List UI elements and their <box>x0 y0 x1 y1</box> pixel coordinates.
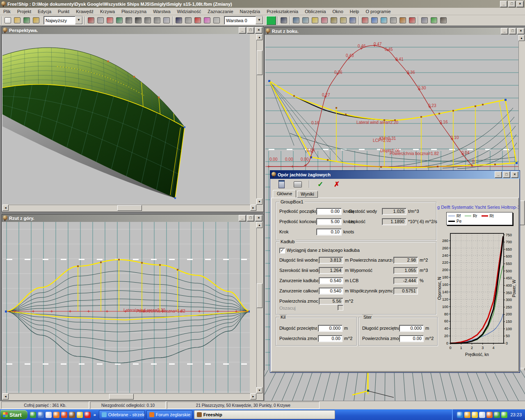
menu-płaszczyzna[interactable]: Płaszczyzna <box>118 9 150 14</box>
maximize-button[interactable]: □ <box>508 1 516 7</box>
printer-icon[interactable] <box>292 180 303 189</box>
collapse-edge-icon[interactable] <box>301 16 310 25</box>
dropbox-icon[interactable] <box>457 412 463 418</box>
save-icon[interactable] <box>22 16 31 25</box>
vertical-scrollbar[interactable]: ▲▼ <box>256 34 263 205</box>
horizontal-scrollbar[interactable]: ◄► <box>2 393 256 400</box>
scrollbar-thumb[interactable] <box>257 50 262 75</box>
yellow-list-icon[interactable] <box>77 412 83 418</box>
scroll-down-icon[interactable]: ▼ <box>256 199 262 205</box>
layer-combo[interactable]: Warstwa 0 ▼ <box>224 16 263 25</box>
calculator-icon[interactable] <box>276 180 287 189</box>
start-button[interactable]: Start <box>0 410 27 419</box>
menu-okno[interactable]: Okno <box>329 9 347 14</box>
warning-icon[interactable] <box>464 412 470 418</box>
rudder-field[interactable]: 0.00 <box>399 335 424 342</box>
volume-icon[interactable] <box>389 16 397 25</box>
remove-face-icon[interactable] <box>105 16 114 25</box>
menu-help[interactable]: Help <box>347 9 363 14</box>
precision-combo[interactable]: Najwyższy ▼ <box>43 16 83 25</box>
dialog-titlebar[interactable]: Opór jachtów żaglowych _□× <box>270 171 520 179</box>
firefox-icon[interactable] <box>53 412 59 418</box>
keel-field[interactable]: 0.000 <box>318 325 342 332</box>
maximize-button[interactable]: □ <box>503 171 510 178</box>
scroll-up-icon[interactable]: ▲ <box>256 222 262 228</box>
opera-icon[interactable] <box>486 412 493 418</box>
intersect-layers-icon[interactable] <box>370 16 379 25</box>
undo-cross-icon[interactable] <box>420 16 429 25</box>
minimize-button[interactable]: _ <box>501 28 508 34</box>
shade-icon[interactable] <box>115 16 123 25</box>
scroll-down-icon[interactable]: ▼ <box>256 387 262 393</box>
scroll-left-icon[interactable]: ◄ <box>2 393 9 399</box>
maximize-button[interactable]: □ <box>247 215 254 221</box>
taskbar-button-forum[interactable]: Forum żeglarskie • Zobac... <box>146 410 192 419</box>
menu-o-programie[interactable]: O programie <box>362 9 394 14</box>
fair-curve-icon[interactable] <box>96 16 105 25</box>
menu-plik[interactable]: Plik <box>0 9 14 14</box>
flip-normal-icon[interactable] <box>320 16 329 25</box>
menu-projekt[interactable]: Projekt <box>14 9 34 14</box>
close-button[interactable]: × <box>255 215 262 221</box>
confirm-icon[interactable]: ✓ <box>315 180 326 189</box>
lock-all-icon[interactable] <box>348 16 357 25</box>
lamp-icon[interactable] <box>439 16 447 25</box>
minimize-button[interactable]: _ <box>500 1 507 7</box>
buttocks-icon[interactable] <box>143 16 152 25</box>
launch-green-arrow-icon[interactable] <box>30 412 36 418</box>
speed-field[interactable]: 5.00 <box>316 218 342 225</box>
menu-krawędź[interactable]: Krawędź <box>73 9 97 14</box>
mirror-icon[interactable] <box>379 16 388 25</box>
scroll-left-icon[interactable]: ◄ <box>2 205 9 211</box>
new-file-icon[interactable] <box>3 16 12 25</box>
network-shield-icon[interactable] <box>494 412 500 418</box>
move-point-icon[interactable] <box>292 16 300 25</box>
menu-widzialność[interactable]: Widzialność <box>174 9 205 14</box>
close-button[interactable]: × <box>516 1 524 7</box>
launch-blue-doc-icon[interactable] <box>38 412 44 418</box>
lock-points-icon[interactable] <box>329 16 338 25</box>
estimate-checkbox[interactable] <box>338 305 343 310</box>
close-button[interactable]: × <box>255 27 262 34</box>
scroll-right-icon[interactable]: ► <box>250 393 256 399</box>
keel-field[interactable]: 0.00 <box>318 335 342 342</box>
waterlines-icon[interactable] <box>153 16 161 25</box>
close-button[interactable]: × <box>517 28 525 34</box>
menu-zaznaczanie[interactable]: Zaznaczanie <box>204 9 236 14</box>
scrollbar-thumb[interactable] <box>109 394 134 399</box>
crease-edge-icon[interactable] <box>310 16 319 25</box>
taskbar-button-mail[interactable]: Odebrane - strzeleccy@... <box>99 410 145 419</box>
horizontal-scrollbar[interactable]: ◄► <box>2 205 256 211</box>
keyboard-icon[interactable] <box>479 412 485 418</box>
open-folder-icon[interactable] <box>13 16 21 25</box>
top-view-canvas[interactable]: Lateral wind area=2.20Powierzchnia boczn… <box>2 222 250 393</box>
wireframe-icon[interactable] <box>124 16 133 25</box>
menu-narzędzia[interactable]: Narzędzia <box>237 9 264 14</box>
scroll-right-icon[interactable]: ► <box>250 205 256 211</box>
flowlines-icon[interactable] <box>203 16 211 25</box>
extract-data-checkbox[interactable]: ✓ <box>279 248 285 253</box>
scroll-up-icon[interactable]: ▲ <box>256 34 262 40</box>
resistance-icon[interactable] <box>184 16 192 25</box>
minimize-button[interactable]: _ <box>239 27 246 34</box>
stations-icon[interactable] <box>134 16 142 25</box>
minimize-button[interactable]: _ <box>495 171 502 178</box>
close-button[interactable]: × <box>511 171 518 178</box>
menu-warstwa[interactable]: Warstwa <box>150 9 173 14</box>
perspective-canvas[interactable] <box>2 34 250 204</box>
exit-icon[interactable] <box>32 16 40 25</box>
menu-przekształcenia[interactable]: Przekształcenia <box>263 9 301 14</box>
rudder-field[interactable]: 0.000 <box>399 325 424 332</box>
menu-edycja[interactable]: Edycja <box>34 9 55 14</box>
layer-color-swatch[interactable] <box>266 16 276 25</box>
scrollbar-thumb[interactable] <box>117 205 142 211</box>
hull-left-field[interactable]: 0.540 <box>319 277 343 284</box>
scrollbar-thumb[interactable] <box>257 283 262 308</box>
red-star-icon[interactable] <box>84 412 91 418</box>
chevron-down-icon[interactable]: ▼ <box>75 16 82 24</box>
menu-obliczenia[interactable]: Obliczenia <box>301 9 329 14</box>
minimize-button[interactable]: _ <box>239 215 246 221</box>
unlock-points-icon[interactable] <box>339 16 347 25</box>
launch-notepad-icon[interactable] <box>46 412 52 418</box>
cancel-icon[interactable]: ✗ <box>331 180 342 189</box>
